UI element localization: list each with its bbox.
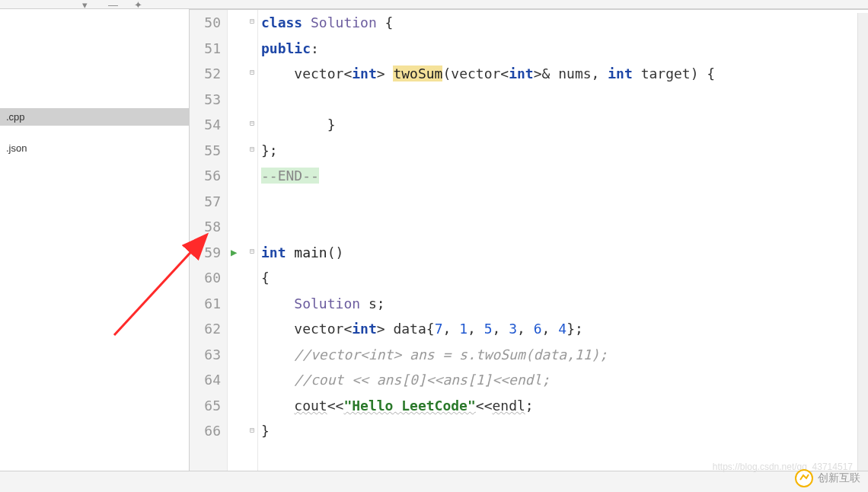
watermark-logo-icon: [795, 469, 813, 487]
line-number: 54: [190, 112, 221, 138]
watermark-text: 创新互联: [818, 471, 860, 485]
line-number: 57: [190, 189, 221, 215]
line-number: 62: [190, 316, 221, 342]
expand-icon[interactable]: ▾: [82, 0, 93, 10]
line-number: 63: [190, 342, 221, 368]
fold-gutter: ⊟ ⊟ ⊟ ⊟ ⊟ ⊟: [246, 10, 258, 471]
line-number: 52: [190, 61, 221, 87]
line-number-gutter: 50 51 52 53 54 55 56 57 58 59 60 61 62 6…: [190, 10, 228, 471]
code-content[interactable]: class Solution { public: vector<int> two…: [258, 10, 868, 471]
status-bar: [0, 471, 868, 492]
run-gutter: ▶: [228, 10, 246, 471]
fold-icon[interactable]: ⊟: [247, 426, 257, 434]
sidebar-item-cpp[interactable]: .cpp: [0, 108, 189, 126]
fold-icon[interactable]: ⊟: [247, 247, 257, 255]
collapse-icon[interactable]: —: [108, 0, 119, 10]
line-number: 65: [190, 393, 221, 419]
line-number: 51: [190, 36, 221, 62]
line-number: 59: [190, 240, 221, 266]
toolbar: ▾ — ✦: [0, 0, 868, 9]
line-number: 56: [190, 163, 221, 189]
code-editor[interactable]: 50 51 52 53 54 55 56 57 58 59 60 61 62 6…: [190, 10, 868, 471]
line-number: 58: [190, 214, 221, 240]
project-sidebar: .cpp .json: [0, 9, 190, 471]
run-icon[interactable]: ▶: [231, 246, 237, 258]
vertical-scrollbar[interactable]: [857, 13, 868, 471]
line-number: 60: [190, 265, 221, 291]
watermark: 创新互联: [795, 469, 860, 487]
svg-point-1: [796, 470, 812, 487]
fold-icon[interactable]: ⊟: [247, 68, 257, 76]
fold-icon[interactable]: ⊟: [247, 145, 257, 153]
settings-icon[interactable]: ✦: [134, 0, 145, 10]
line-number: 50: [190, 10, 221, 36]
line-number: 55: [190, 138, 221, 164]
fold-icon[interactable]: ⊟: [247, 119, 257, 127]
line-number: 64: [190, 367, 221, 393]
line-number: 61: [190, 291, 221, 317]
sidebar-item-json[interactable]: .json: [0, 139, 189, 157]
line-number: 66: [190, 418, 221, 444]
fold-icon[interactable]: ⊟: [247, 17, 257, 25]
editor-area: 50 51 52 53 54 55 56 57 58 59 60 61 62 6…: [190, 9, 868, 471]
line-number: 53: [190, 87, 221, 113]
